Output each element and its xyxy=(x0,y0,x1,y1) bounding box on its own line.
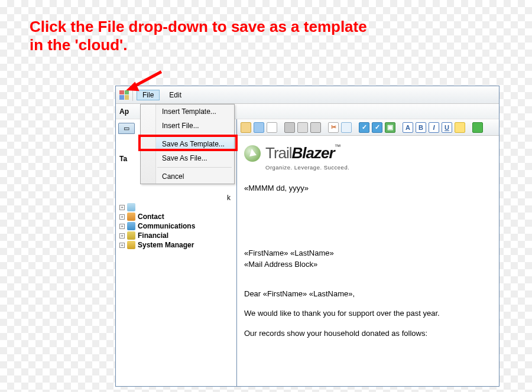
print-icon[interactable] xyxy=(284,122,295,133)
underline-icon[interactable]: U xyxy=(442,122,452,133)
brand-tm: ™ xyxy=(335,143,340,150)
expand-icon[interactable]: + xyxy=(119,224,125,229)
file-dropdown: Insert Template... Insert File... Save A… xyxy=(140,104,235,184)
tree-system-manager[interactable]: + System Manager xyxy=(118,240,234,250)
instruction-annotation: Click the File drop-down to save as a te… xyxy=(30,18,367,54)
toggle1-icon[interactable]: ✓ xyxy=(359,122,369,133)
menu-edit[interactable]: Edit xyxy=(163,90,187,100)
tree-financial[interactable]: + Financial xyxy=(118,231,234,240)
ribbon-label-cut: Ap xyxy=(119,107,129,116)
editor-pane: ✂ ✓ ✓ ▣ A B I U T xyxy=(237,119,499,386)
highlight-icon[interactable] xyxy=(455,122,465,133)
brand-word2: Blazer xyxy=(292,144,335,162)
toggle2-icon[interactable]: ✓ xyxy=(372,122,382,133)
save-icon[interactable] xyxy=(254,122,264,133)
tab-label-cut: Ta xyxy=(119,155,127,163)
print-preview-icon[interactable] xyxy=(297,122,308,133)
open-icon[interactable] xyxy=(241,122,251,133)
letter-body1: We would like to thank you for support o… xyxy=(244,308,492,319)
merge-address: «Mail Address Block» xyxy=(244,259,492,270)
communications-icon xyxy=(127,222,135,230)
editor-toolbar: ✂ ✓ ✓ ▣ A B I U xyxy=(237,119,499,136)
merge-date: «MMMM dd, yyyy» xyxy=(244,182,492,194)
new-page-icon[interactable] xyxy=(267,122,277,133)
tree-row[interactable]: + xyxy=(118,202,234,212)
brand-logo: TrailBlazer™ xyxy=(244,142,492,165)
font-icon[interactable]: A xyxy=(403,122,413,133)
tree-label: Communications xyxy=(138,222,195,230)
annotation-line1: Click the File drop-down to save as a te… xyxy=(30,18,367,36)
letter-greeting: Dear «FirstName» «LastName», xyxy=(244,288,492,300)
annotation-line2: in the 'cloud'. xyxy=(30,36,367,54)
expand-icon[interactable]: + xyxy=(119,233,125,239)
page-setup-icon[interactable] xyxy=(310,122,321,133)
menubar: File Edit xyxy=(116,86,499,104)
italic-icon[interactable]: I xyxy=(429,122,439,133)
brand-word1: Trail xyxy=(265,144,292,162)
application-window: File Edit Ap Insert Template... Insert F… xyxy=(115,86,499,387)
insert-field-icon[interactable] xyxy=(472,122,483,133)
menu-separator xyxy=(157,135,232,135)
financial-icon xyxy=(127,231,135,240)
menu-separator xyxy=(157,167,232,168)
tree-row[interactable]: k xyxy=(118,193,234,202)
expand-icon[interactable]: + xyxy=(119,214,125,220)
brand-tagline: Organize. Leverage. Succeed. xyxy=(265,164,492,172)
tree-label: Contact xyxy=(138,213,164,221)
expand-icon[interactable]: + xyxy=(119,243,125,248)
cut-icon[interactable]: ✂ xyxy=(328,122,339,133)
image-icon[interactable]: ▣ xyxy=(385,122,395,133)
bold-icon[interactable]: B xyxy=(416,122,426,133)
copy-icon[interactable] xyxy=(341,122,352,133)
tree-label: System Manager xyxy=(138,241,194,249)
folder-icon xyxy=(127,203,135,211)
tab-cut[interactable]: ▭ xyxy=(118,123,135,134)
document-body[interactable]: TrailBlazer™ Organize. Leverage. Succeed… xyxy=(237,136,499,386)
tree-communications[interactable]: + Communications xyxy=(118,221,234,231)
brand-mark-icon xyxy=(244,145,261,162)
letter-body2: Our records show your household donated … xyxy=(244,328,492,339)
merge-name: «FirstName» «LastName» xyxy=(244,247,492,259)
tree-label-cut: k xyxy=(227,194,231,202)
tree-label: Financial xyxy=(138,231,168,240)
tree-contact[interactable]: + Contact xyxy=(118,212,234,221)
system-icon xyxy=(127,241,135,249)
contact-icon xyxy=(127,213,135,221)
expand-icon[interactable]: + xyxy=(119,205,125,210)
